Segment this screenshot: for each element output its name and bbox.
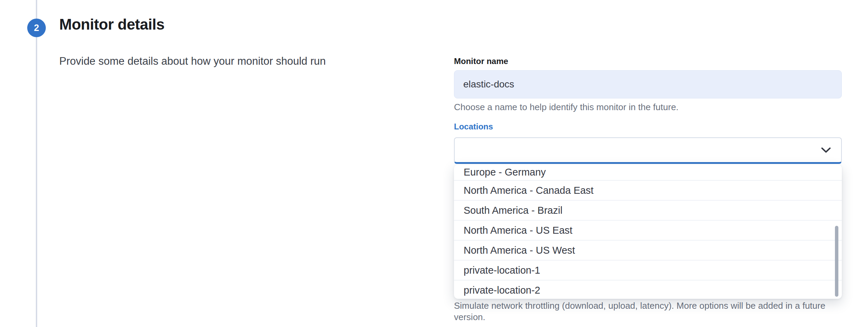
locations-dropdown: Europe - Germany North America - Canada … <box>454 165 842 299</box>
monitor-name-input[interactable]: elastic-docs <box>454 70 842 98</box>
location-option[interactable]: South America - Brazil <box>454 201 842 221</box>
monitor-name-value: elastic-docs <box>463 79 514 90</box>
locations-combobox[interactable] <box>454 137 842 164</box>
step-title: Monitor details <box>59 16 164 33</box>
location-option[interactable]: North America - US East <box>454 221 842 241</box>
location-option[interactable]: private-location-2 <box>454 281 842 299</box>
step-description: Provide some details about how your moni… <box>59 54 369 68</box>
step-number-badge: 2 <box>27 19 46 37</box>
locations-label: Locations <box>454 122 493 131</box>
monitor-create-page: 2 Monitor details Provide some details a… <box>0 0 868 327</box>
monitor-name-help: Choose a name to help identify this moni… <box>454 102 842 113</box>
network-throttling-help: Simulate network throttling (download, u… <box>454 300 842 323</box>
step-number: 2 <box>34 23 39 33</box>
chevron-down-icon <box>821 147 831 153</box>
step-connector-line <box>36 0 37 327</box>
location-option[interactable]: North America - Canada East <box>454 181 842 201</box>
location-option[interactable]: private-location-1 <box>454 261 842 281</box>
monitor-name-label: Monitor name <box>454 56 508 66</box>
location-option[interactable]: Europe - Germany <box>454 165 842 181</box>
dropdown-scrollbar[interactable] <box>835 226 838 297</box>
location-option[interactable]: North America - US West <box>454 241 842 261</box>
